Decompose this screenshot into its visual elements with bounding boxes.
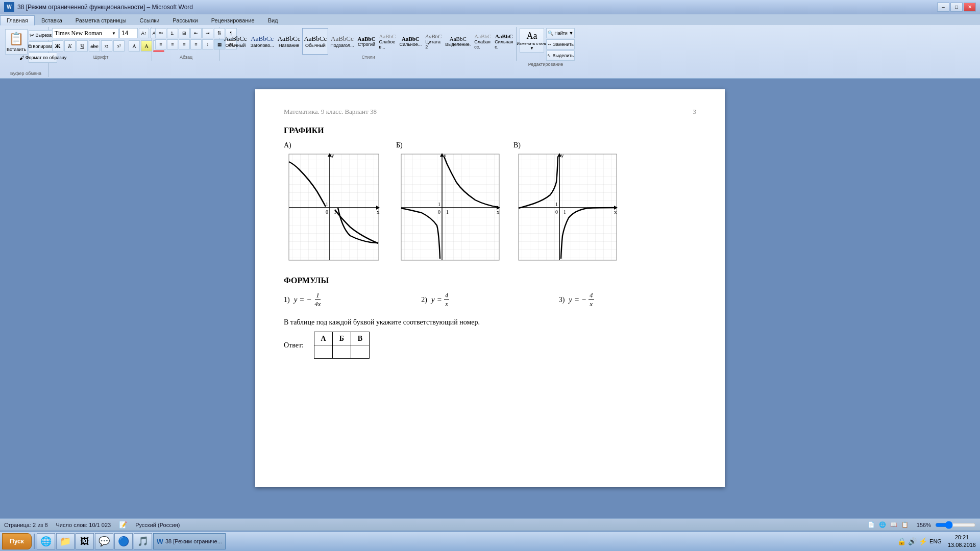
skype-taskbar-button[interactable]: 💬 bbox=[95, 533, 113, 549]
view-web-icon[interactable]: 🌐 bbox=[879, 521, 886, 528]
winamp-taskbar-button[interactable]: 🎵 bbox=[134, 533, 152, 549]
font-size-value: 14 bbox=[121, 30, 128, 37]
select-button[interactable]: ↖ Выделить bbox=[546, 51, 575, 61]
table-cell-v[interactable] bbox=[351, 345, 369, 359]
svg-text:x: x bbox=[614, 209, 617, 215]
photos-taskbar-button[interactable]: 🖼 bbox=[76, 533, 94, 549]
tab-references[interactable]: Ссылки bbox=[133, 15, 166, 25]
close-button[interactable]: ✕ bbox=[964, 3, 976, 12]
increase-font-button[interactable]: A↑ bbox=[139, 28, 149, 38]
text-effects-button[interactable]: A bbox=[129, 40, 140, 52]
style-emphasis[interactable]: AaBbC Выделение. bbox=[444, 28, 472, 55]
formulas-section: ФОРМУЛЫ 1) y = − 1 4x bbox=[284, 276, 696, 308]
style-strong-ref[interactable]: AaBbC Сильная с. bbox=[493, 28, 513, 55]
formula-2-num: 2) bbox=[421, 296, 427, 304]
font-size-input[interactable]: 14 bbox=[119, 28, 138, 38]
style-subtitle[interactable]: AaBbCc Подзагол... bbox=[329, 28, 355, 55]
numbering-button[interactable]: 1. bbox=[167, 28, 178, 38]
font-name-input[interactable]: Times New Roman ▼ bbox=[52, 28, 118, 38]
style-quote2[interactable]: AaBbC Цитата 2 bbox=[424, 28, 443, 55]
svg-text:0: 0 bbox=[326, 209, 328, 215]
minimize-button[interactable]: – bbox=[937, 3, 949, 12]
graph-a-svg: y x 0 1 1 bbox=[284, 152, 386, 264]
tab-review[interactable]: Рецензирование bbox=[205, 15, 261, 25]
svg-text:1: 1 bbox=[438, 202, 440, 207]
tab-mailings[interactable]: Рассылки bbox=[166, 15, 204, 25]
underline-button[interactable]: Ч bbox=[77, 40, 88, 52]
language-tray: ENG bbox=[929, 538, 942, 544]
tab-view[interactable]: Вид bbox=[261, 15, 285, 25]
superscript-button[interactable]: x² bbox=[113, 40, 125, 52]
word-taskbar-label: 38 [Режим ограниче... bbox=[165, 538, 222, 544]
doc-meta-right: 3 bbox=[693, 108, 697, 116]
style-normal[interactable]: AaBbCc Обычный bbox=[223, 28, 249, 55]
highlight-color-button[interactable]: A bbox=[141, 40, 152, 52]
style-heading1[interactable]: AaBbCc Заголово... bbox=[249, 28, 276, 55]
decrease-indent-button[interactable]: ⇤ bbox=[190, 28, 202, 38]
paste-button[interactable]: 📋 Вставить bbox=[5, 29, 28, 55]
align-center-button[interactable]: ≡ bbox=[167, 39, 178, 49]
view-normal-icon[interactable]: 📄 bbox=[868, 521, 875, 528]
view-read-icon[interactable]: 📖 bbox=[890, 521, 897, 528]
section-grafiki: ГРАФИКИ А) bbox=[284, 126, 696, 264]
language: Русский (Россия) bbox=[135, 522, 180, 528]
font-name-value: Times New Roman bbox=[55, 30, 102, 37]
align-left-button[interactable]: ≡ bbox=[155, 39, 166, 49]
clock-time: 20:21 bbox=[948, 534, 976, 541]
tab-home[interactable]: Главная bbox=[0, 15, 35, 26]
replace-button[interactable]: ↔ Заменить bbox=[546, 39, 575, 49]
increase-indent-button[interactable]: ⇥ bbox=[202, 28, 213, 38]
zoom-slider[interactable] bbox=[935, 523, 976, 527]
font-name-dropdown-icon[interactable]: ▼ bbox=[112, 31, 116, 36]
multilevel-button[interactable]: ⊞ bbox=[179, 28, 190, 38]
painter-icon: 🖌 bbox=[19, 55, 24, 61]
formulas-row: 1) y = − 1 4x 2) y = bbox=[284, 291, 696, 308]
svg-text:0: 0 bbox=[438, 209, 440, 215]
start-button[interactable]: Пуск bbox=[2, 533, 32, 549]
style-weak-ref[interactable]: AaBbC Слабая сс. bbox=[473, 28, 493, 55]
explorer-taskbar-button[interactable]: 📁 bbox=[56, 533, 75, 549]
word-taskbar-button[interactable]: W 38 [Режим ограниче... bbox=[153, 533, 226, 549]
graph-a-label: А) bbox=[284, 141, 291, 149]
maximize-button[interactable]: □ bbox=[950, 3, 963, 12]
graphs-row: А) bbox=[284, 141, 696, 264]
strikethrough-button[interactable]: abc bbox=[89, 40, 100, 52]
ribbon-content: 📋 Вставить ✂ Вырезать ⧉ Копировать bbox=[0, 25, 980, 78]
ribbon: Главная Вставка Разметка страницы Ссылки… bbox=[0, 14, 980, 79]
style-strict[interactable]: AaBbC Строгий bbox=[356, 28, 377, 55]
bullets-button[interactable]: ≡• bbox=[155, 28, 166, 38]
doc-header: Математика. 9 класс. Вариант 38 3 bbox=[284, 108, 696, 116]
subscript-button[interactable]: x₂ bbox=[101, 40, 112, 52]
graph-b-svg: y x 0 1 1 bbox=[396, 152, 503, 264]
find-button[interactable]: 🔍 Найти ▼ bbox=[546, 28, 575, 38]
style-strong[interactable]: AaBbC Сильное... bbox=[398, 28, 423, 55]
table-cell-a[interactable] bbox=[314, 345, 332, 359]
font-label: Шрифт bbox=[50, 55, 152, 60]
justify-button[interactable]: ≡ bbox=[190, 39, 202, 49]
word-taskbar-icon: W bbox=[157, 537, 163, 545]
style-title[interactable]: AaBbCc Название bbox=[276, 28, 302, 55]
ie-taskbar-button[interactable]: 🌐 bbox=[37, 533, 55, 549]
tab-insert[interactable]: Вставка bbox=[35, 15, 69, 25]
view-draft-icon[interactable]: 📋 bbox=[901, 521, 909, 528]
tab-page-layout[interactable]: Разметка страницы bbox=[69, 15, 133, 25]
style-normal2[interactable]: AaBbCc Обычный bbox=[302, 28, 328, 55]
formuly-title: ФОРМУЛЫ bbox=[284, 276, 696, 285]
svg-text:y: y bbox=[331, 152, 334, 158]
editing-label: Редактирование bbox=[518, 62, 574, 67]
align-right-button[interactable]: ≡ bbox=[179, 39, 190, 49]
graph-a-container: А) bbox=[284, 141, 386, 264]
clock: 20:21 13.08.2016 bbox=[946, 534, 978, 549]
chrome-taskbar-button[interactable]: 🔵 bbox=[114, 533, 133, 549]
change-styles-button[interactable]: Aa Изменить стили ▼ bbox=[520, 28, 544, 53]
table-cell-b[interactable] bbox=[332, 345, 351, 359]
italic-button[interactable]: К bbox=[64, 40, 76, 52]
formula-3-frac: 4 x bbox=[589, 291, 594, 308]
formula-1-frac: 1 4x bbox=[313, 291, 322, 308]
clock-date: 13.08.2016 bbox=[948, 541, 976, 549]
zoom-level: 156% bbox=[917, 522, 931, 528]
paste-label: Вставить bbox=[7, 47, 26, 52]
style-weak[interactable]: AaBbC Слабое в... bbox=[377, 28, 397, 55]
bold-button[interactable]: Ж bbox=[52, 40, 63, 52]
line-spacing-button[interactable]: ↕ bbox=[202, 39, 213, 49]
